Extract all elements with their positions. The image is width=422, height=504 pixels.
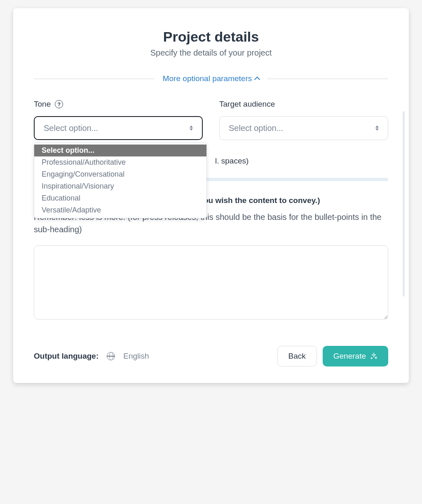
tone-option[interactable]: Versatile/Adaptive bbox=[34, 204, 206, 216]
audience-select[interactable]: Select option... bbox=[219, 116, 388, 140]
top-fields-row: Tone ? Select option... Select option...… bbox=[34, 100, 388, 140]
more-optional-parameters-label: More optional parameters bbox=[163, 74, 252, 83]
back-button[interactable]: Back bbox=[277, 346, 317, 366]
project-details-card: Project details Specify the details of y… bbox=[13, 8, 409, 383]
page-subtitle: Specify the details of your project bbox=[34, 48, 388, 58]
output-language-value: English bbox=[123, 352, 149, 361]
partially-hidden-label: l. spaces) bbox=[215, 156, 249, 165]
tone-field: Tone ? Select option... Select option...… bbox=[34, 100, 203, 140]
tone-option[interactable]: Select option... bbox=[34, 145, 206, 156]
tone-option[interactable]: Professional/Authoritative bbox=[34, 156, 206, 168]
audience-label: Target audience bbox=[219, 100, 275, 109]
sparkle-icon bbox=[370, 352, 377, 360]
back-button-label: Back bbox=[288, 352, 306, 361]
audience-select-value: Select option... bbox=[229, 124, 283, 133]
generate-button-label: Generate bbox=[333, 352, 366, 361]
chevron-up-icon bbox=[254, 77, 260, 82]
output-language-label: Output language: bbox=[34, 352, 98, 361]
divider-right bbox=[267, 79, 388, 79]
audience-label-row: Target audience bbox=[219, 100, 388, 109]
tone-option[interactable]: Engaging/Conversational bbox=[34, 168, 206, 180]
scrollbar[interactable] bbox=[403, 111, 405, 296]
select-updown-icon bbox=[190, 126, 193, 131]
tone-select-value: Select option... bbox=[44, 124, 98, 133]
divider-left bbox=[34, 79, 155, 79]
tone-select[interactable]: Select option... bbox=[34, 116, 203, 140]
tone-label-row: Tone ? bbox=[34, 100, 203, 109]
key-messages-textarea[interactable] bbox=[34, 245, 388, 320]
globe-icon bbox=[107, 352, 115, 360]
audience-field: Target audience Select option... bbox=[219, 100, 388, 140]
page-title: Project details bbox=[34, 29, 388, 45]
footer-row: Output language: English Back Generate bbox=[34, 346, 388, 366]
generate-button[interactable]: Generate bbox=[323, 346, 388, 366]
help-icon[interactable]: ? bbox=[55, 100, 63, 108]
tone-label: Tone bbox=[34, 100, 51, 109]
more-optional-parameters-toggle[interactable]: More optional parameters bbox=[163, 74, 260, 83]
tone-option[interactable]: Educational bbox=[34, 192, 206, 204]
select-updown-icon bbox=[375, 126, 379, 131]
optional-params-divider: More optional parameters bbox=[34, 74, 388, 83]
tone-option[interactable]: Inspirational/Visionary bbox=[34, 180, 206, 192]
tone-dropdown: Select option... Professional/Authoritat… bbox=[34, 142, 207, 218]
